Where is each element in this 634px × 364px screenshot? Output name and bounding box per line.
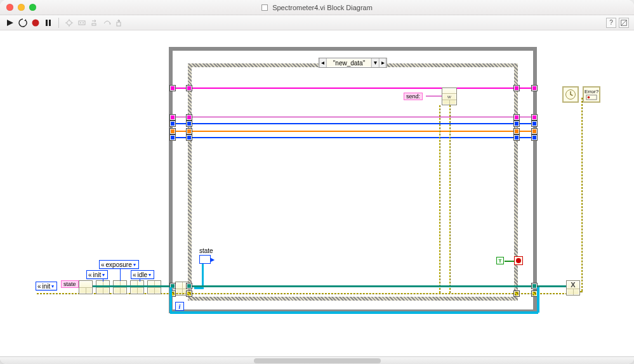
tunnel [513, 290, 520, 297]
error-indicator-label: Error? [584, 89, 598, 94]
wire [120, 268, 121, 281]
panel-link-icon [620, 19, 628, 27]
tunnel [513, 114, 520, 120]
wire [580, 291, 583, 292]
svg-rect-7 [92, 23, 96, 25]
string-label-send[interactable]: send: [404, 93, 423, 100]
enum-constant-init-2[interactable]: «init▾ [86, 270, 108, 279]
step-out-button[interactable] [115, 18, 125, 28]
boolean-constant-value: T [499, 258, 502, 264]
tunnel [513, 128, 520, 134]
tunnel [169, 114, 176, 120]
svg-rect-4 [79, 21, 85, 25]
retain-values-button[interactable] [77, 18, 87, 28]
string-label-send-text: send: [406, 93, 420, 100]
tunnel [513, 85, 520, 91]
step-into-button[interactable] [89, 18, 100, 28]
label-state-pink: state [61, 280, 79, 288]
tunnel [513, 134, 520, 141]
svg-rect-1 [46, 20, 48, 26]
tunnel [186, 114, 192, 120]
tunnel [531, 114, 538, 120]
enum-constant-exposure[interactable]: «exposure▾ [99, 260, 139, 269]
tunnel [169, 85, 176, 91]
tunnel [169, 128, 176, 134]
subvi-queue-write[interactable]: w [442, 88, 457, 105]
scrollbar-thumb[interactable] [254, 358, 381, 363]
enum-constant-init-1[interactable]: «init▾ [36, 282, 57, 290]
tunnel [531, 134, 538, 141]
enum-constant-idle[interactable]: «idle▾ [131, 270, 154, 279]
loop-condition-terminal[interactable] [514, 256, 523, 265]
tunnel [186, 128, 192, 134]
canvas: ◂ "new_data" ▾ ▸ i T [4, 34, 619, 351]
state-indicator-terminal[interactable] [199, 255, 211, 264]
run-continuous-button[interactable] [18, 18, 28, 28]
help-icon: ? [609, 19, 613, 26]
titlebar: Spectrometer4.vi Block Diagram [0, 0, 634, 15]
subvi-release-queue[interactable]: X [566, 280, 580, 296]
wire-error [581, 98, 583, 291]
tunnel [186, 120, 192, 127]
svg-point-12 [588, 96, 590, 99]
enum-init2-text: init [93, 271, 102, 278]
clock-icon [564, 88, 577, 101]
label-state-top: state [199, 247, 213, 254]
enum-exposure-text: exposure [106, 261, 132, 268]
tunnel [531, 283, 538, 289]
case-dropdown-button[interactable]: ▾ [371, 58, 379, 67]
app-window: Spectrometer4.vi Block Diagram [0, 0, 634, 364]
close-window-button[interactable] [6, 4, 13, 11]
tunnel [531, 128, 538, 134]
svg-point-0 [32, 19, 39, 26]
tunnel [186, 283, 192, 289]
svg-point-6 [83, 22, 84, 23]
highlight-button[interactable] [64, 18, 74, 28]
minimize-window-button[interactable] [18, 4, 25, 11]
label-state-pink-text: state [63, 281, 76, 287]
panel-link-button[interactable] [619, 18, 629, 28]
horizontal-scrollbar[interactable] [0, 356, 634, 364]
window-title: Spectrometer4.vi Block Diagram [0, 4, 634, 11]
error-indicator[interactable]: Error? [583, 86, 600, 103]
case-selector[interactable]: ◂ "new_data" ▾ ▸ [319, 58, 387, 68]
subvi-enqueue-2[interactable] [113, 280, 127, 294]
tunnel [513, 120, 520, 127]
tunnel [169, 134, 176, 141]
tunnel [169, 120, 176, 127]
tunnel [531, 290, 538, 297]
error-cluster-icon [586, 94, 597, 100]
abort-button[interactable] [30, 18, 41, 28]
svg-rect-2 [49, 20, 51, 26]
case-selector-label[interactable]: "new_data" [327, 60, 371, 67]
tunnel [531, 85, 538, 91]
iteration-terminal: i [175, 302, 184, 311]
subvi-enqueue-3[interactable] [130, 280, 144, 294]
step-over-button[interactable] [102, 18, 112, 28]
tunnel [169, 290, 176, 297]
traffic-lights [6, 4, 36, 11]
context-help-button[interactable]: ? [606, 18, 616, 28]
svg-rect-8 [117, 22, 121, 26]
window-title-text: Spectrometer4.vi Block Diagram [272, 4, 373, 11]
run-button[interactable] [5, 18, 15, 28]
zoom-window-button[interactable] [29, 4, 36, 11]
enum-init1-text: init [43, 283, 51, 290]
subvi-queue-write-label: w [447, 94, 451, 100]
subvi-enqueue-4[interactable] [147, 280, 161, 294]
enum-idle-text: idle [138, 271, 148, 278]
block-diagram-canvas[interactable]: ◂ "new_data" ▾ ▸ i T [0, 30, 634, 356]
tunnel [531, 120, 538, 127]
case-prev-button[interactable]: ◂ [319, 58, 327, 67]
tunnel [169, 283, 176, 289]
subvi-wait[interactable] [562, 86, 579, 103]
subvi-x-label: X [571, 281, 575, 289]
tunnel [186, 290, 192, 297]
case-structure-frame[interactable]: ◂ "new_data" ▾ ▸ [188, 63, 518, 301]
subvi-obtain-queue[interactable] [79, 280, 93, 294]
subvi-enqueue-1[interactable] [96, 280, 110, 294]
pause-button[interactable] [43, 18, 53, 28]
wire [538, 285, 567, 287]
case-next-button[interactable]: ▸ [379, 58, 386, 67]
boolean-constant[interactable]: T [496, 257, 504, 264]
